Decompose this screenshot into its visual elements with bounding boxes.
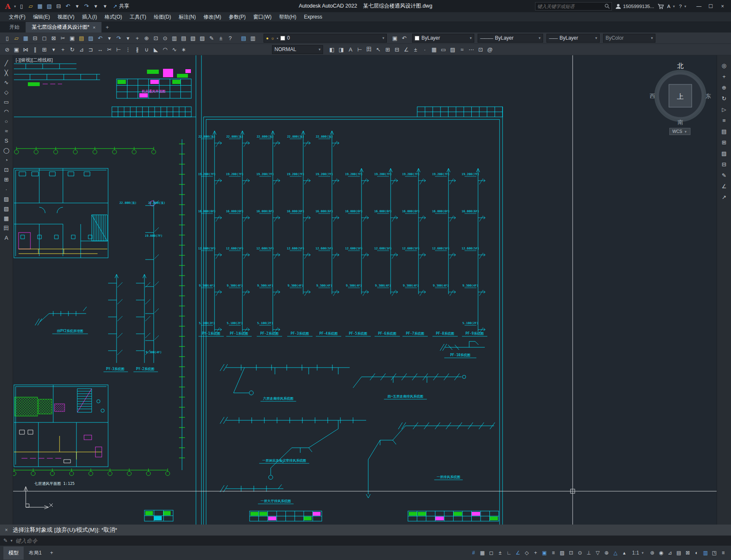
publish-icon[interactable]: ⊠ (49, 34, 58, 43)
dynamic-ucs-icon[interactable]: ⊥ (584, 548, 593, 557)
undo-dropdown-icon[interactable]: ▾ (73, 2, 82, 11)
color-combo[interactable]: ByLayer ▾ (412, 34, 474, 43)
lineweight-display-icon[interactable]: ≡ (549, 548, 558, 557)
app-store-cart-icon[interactable] (658, 3, 664, 9)
dimension-style-icon[interactable]: ⊢ (355, 45, 364, 54)
menu-item-10[interactable]: 窗口(W) (250, 12, 275, 22)
new-layout-button[interactable]: + (47, 547, 57, 559)
wcs-dropdown-icon[interactable]: ▾ (684, 130, 688, 134)
isometric-drafting-icon[interactable]: ◇ (522, 548, 531, 557)
tab-current-drawing[interactable]: 某七层综合楼通风设计图* × (26, 22, 102, 32)
save-file-icon[interactable]: ▦ (21, 34, 30, 43)
fillet-icon[interactable]: ◠ (160, 45, 170, 54)
construction-line-icon[interactable]: ╳ (2, 68, 11, 77)
autodesk-app-menu[interactable]: A▾ (667, 4, 676, 9)
maximize-button[interactable]: ☐ (705, 2, 717, 11)
autocad-logo-icon[interactable]: A (3, 2, 13, 11)
lock-ui-icon[interactable]: ⊠ (683, 548, 692, 557)
save-as-icon[interactable]: ▧ (45, 2, 54, 11)
layer-combo-dropdown-icon[interactable]: ▾ (382, 36, 384, 40)
match-properties-icon[interactable]: ▨ (86, 34, 95, 43)
share-view-icon[interactable]: ↗ (720, 193, 729, 202)
color-combo-dropdown-icon[interactable]: ▾ (470, 36, 472, 40)
style-combo[interactable]: NORMAL ▾ (272, 45, 323, 54)
command-input[interactable] (16, 538, 728, 544)
erase-icon[interactable]: ⊘ (3, 45, 12, 54)
graphics-performance-icon[interactable]: ▥ (701, 548, 710, 557)
mirror-icon[interactable]: ⋈ (21, 45, 30, 54)
xref-palette-icon[interactable]: ⊟ (720, 160, 729, 169)
help-icon[interactable]: ? (226, 34, 235, 43)
explode-icon[interactable]: ∗ (179, 45, 188, 54)
object-snap-tracking-icon[interactable]: + (531, 548, 540, 557)
insert-block-icon[interactable]: ⊡ (2, 165, 11, 174)
rotate-icon[interactable]: ↻ (68, 45, 77, 54)
linetype-combo[interactable]: ——— ByLayer ▾ (478, 34, 543, 43)
revision-cloud-icon[interactable]: ≈ (457, 45, 467, 54)
zoom-realtime-icon[interactable]: ⊕ (142, 34, 151, 43)
menu-item-1[interactable]: 编辑(E) (29, 12, 54, 22)
offset-icon[interactable]: ∥ (30, 45, 40, 54)
dynamic-input-icon[interactable]: ± (496, 548, 505, 557)
spline-icon[interactable]: S (2, 136, 11, 145)
lineweight-combo-dropdown-icon[interactable]: ▾ (595, 36, 597, 40)
region-tool-icon[interactable]: ▦ (429, 45, 439, 54)
share-button[interactable]: ↗ 共享 (110, 3, 133, 10)
zoom-window-icon[interactable]: ⊡ (151, 34, 160, 43)
markup-set-manager-icon[interactable]: ✎ (207, 34, 216, 43)
close-command-icon[interactable]: × (3, 527, 9, 533)
infer-constraints-icon[interactable]: ◻ (487, 548, 496, 557)
menu-item-2[interactable]: 视图(V) (54, 12, 78, 22)
zoom-icon[interactable]: ⊕ (720, 83, 729, 92)
wipeout-icon[interactable]: ▨ (448, 45, 457, 54)
mleader-style-icon[interactable]: ↖ (374, 45, 383, 54)
viewcube-top-label[interactable]: 上 (677, 93, 684, 100)
hatch-icon[interactable]: ▨ (2, 195, 11, 203)
app-menu-dropdown-icon[interactable]: ▾ (13, 4, 17, 8)
table-icon[interactable]: 田 (2, 224, 11, 233)
gizmo-icon[interactable]: ⊕ (602, 548, 611, 557)
grid-display-icon[interactable]: # (469, 548, 478, 557)
make-object-layer-current-icon[interactable]: ▣ (390, 34, 399, 43)
design-center-icon[interactable]: ▤ (179, 34, 188, 43)
viewcube-north-label[interactable]: 北 (677, 62, 684, 69)
zoom-previous-icon[interactable]: ⊙ (160, 34, 170, 43)
move-icon[interactable]: + (58, 45, 68, 54)
save-file-icon[interactable]: ▦ (35, 2, 45, 11)
plot-preview-icon[interactable]: ◻ (40, 34, 49, 43)
menu-item-4[interactable]: 格式(O) (101, 12, 126, 22)
autoscale-icon[interactable]: ▴ (620, 548, 629, 557)
tab-close-icon[interactable]: × (93, 25, 95, 30)
3d-object-snap-icon[interactable]: ⊙ (576, 548, 584, 557)
viewcube[interactable]: 上 北 南 西 东 (647, 59, 714, 126)
menu-item-11[interactable]: 帮助(H) (275, 12, 300, 22)
menu-item-8[interactable]: 修改(M) (200, 12, 225, 22)
viewport-controls[interactable]: [-][俯视][二维线框] (16, 57, 53, 63)
orbit-icon[interactable]: ↻ (720, 94, 729, 103)
new-tab-button[interactable]: + (102, 22, 113, 32)
system-b[interactable] (353, 373, 466, 388)
revision-cloud-icon[interactable]: ≈ (2, 127, 11, 135)
properties-palette-icon[interactable]: ▤ (720, 127, 729, 136)
scale-icon[interactable]: ⊿ (77, 45, 86, 54)
pan-icon[interactable]: + (720, 72, 729, 81)
qat-customize-icon[interactable]: ▾ (101, 2, 110, 11)
ellipse-icon[interactable]: ◯ (2, 146, 11, 155)
infocenter-search[interactable] (535, 2, 612, 11)
region-icon[interactable]: ▦ (2, 214, 11, 223)
wcs-indicator[interactable]: WCS▾ (669, 128, 690, 135)
polygon-icon[interactable]: ◇ (2, 88, 11, 97)
system-d[interactable] (366, 422, 495, 498)
command-input-row[interactable]: ✎ ▾ (0, 536, 731, 546)
table-style-icon[interactable]: 田 (364, 45, 374, 54)
system-a[interactable] (220, 364, 350, 395)
layer-states-icon[interactable]: ▥ (248, 34, 258, 43)
drawing-generated-geometry[interactable]: 22.800(顶)19.200(7F)16.000(6F)12.600(5F)9… (13, 79, 503, 521)
search-input[interactable] (537, 4, 604, 9)
quick-calc-icon[interactable]: ± (216, 34, 226, 43)
system-c[interactable] (220, 417, 366, 479)
selection-cycling-icon[interactable]: ⊡ (567, 548, 576, 557)
array-dropdown-icon[interactable]: ▾ (49, 45, 58, 54)
viewcube-east-label[interactable]: 东 (706, 93, 711, 99)
divide-icon[interactable]: ⋯ (467, 45, 476, 54)
